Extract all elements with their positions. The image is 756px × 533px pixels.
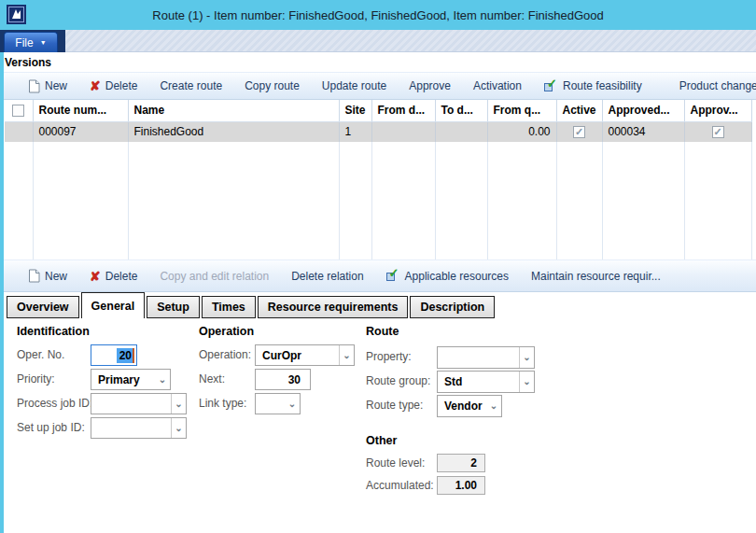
setup-job-id-select[interactable]: ⌄ <box>91 417 187 439</box>
tab-times[interactable]: Times <box>202 296 256 318</box>
accumulated-field: 1.00 <box>437 476 485 495</box>
chevron-down-icon: ▼ <box>40 39 47 46</box>
oper-no-value: 20 <box>117 348 134 363</box>
oper-no-field[interactable]: 20 <box>91 344 137 366</box>
route-feasibility-button[interactable]: ✓ Route feasibility <box>544 79 642 93</box>
maintain-resource-requirements-button[interactable]: Maintain resource requir... <box>531 270 661 283</box>
chevron-down-icon[interactable]: ⌄ <box>519 347 534 368</box>
delete-button[interactable]: ✘ Delete <box>90 79 137 92</box>
file-menu-bar: File ▼ <box>0 30 756 52</box>
identification-heading: Identification <box>17 325 90 338</box>
approve-button[interactable]: Approve <box>409 79 451 92</box>
delete-button-label: Delete <box>105 79 138 92</box>
accumulated-value: 1.00 <box>455 479 477 492</box>
column-header-site[interactable]: Site <box>339 100 371 121</box>
next-label: Next: <box>199 372 225 386</box>
general-tab-form: Identification Oper. No. 20 Priority: Pr… <box>0 318 756 533</box>
new-relation-button[interactable]: New <box>28 269 67 283</box>
priority-select[interactable]: Primary ⌄ <box>91 369 171 390</box>
select-all-checkbox[interactable] <box>12 105 24 117</box>
column-header-name[interactable]: Name <box>128 100 339 121</box>
cell-to-date <box>435 121 487 142</box>
chevron-down-icon[interactable]: ⌄ <box>171 418 186 438</box>
delete-relation-label: Delete relation <box>291 270 363 283</box>
column-header-active[interactable]: Active <box>556 100 602 121</box>
activation-label: Activation <box>473 79 522 92</box>
chevron-down-icon[interactable]: ⌄ <box>519 372 534 392</box>
route-type-select[interactable]: Vendor ⌄ <box>437 395 502 417</box>
tab-general[interactable]: General <box>81 292 146 318</box>
cell-from-qty: 0.00 <box>487 121 556 142</box>
process-job-id-select[interactable]: ⌄ <box>91 393 187 414</box>
file-menu-strip-right <box>65 30 756 52</box>
route-group-label: Route group: <box>366 374 430 387</box>
route-group-select[interactable]: Std ⌄ <box>437 371 535 393</box>
grid-header-row: Route num... Name Site From d... To d...… <box>5 100 751 121</box>
file-menu-button[interactable]: File ▼ <box>4 32 58 52</box>
cell-approved <box>684 121 751 142</box>
applicable-resources-icon: ✓ <box>386 269 400 283</box>
delete-relation-button[interactable]: Delete relation <box>291 270 363 283</box>
versions-grid: Route num... Name Site From d... To d...… <box>5 100 751 259</box>
link-type-label: Link type: <box>199 397 246 410</box>
cell-route-number: 000097 <box>33 121 128 142</box>
route-level-label: Route level: <box>366 456 425 470</box>
copy-route-button[interactable]: Copy route <box>245 79 300 92</box>
route-heading: Route <box>366 325 399 338</box>
chevron-down-icon[interactable]: ⌄ <box>155 370 170 389</box>
cell-name: FinishedGood <box>128 121 339 142</box>
row-select-cell <box>5 121 33 142</box>
delete-x-icon: ✘ <box>90 79 101 92</box>
delete-relation-row-button[interactable]: ✘ Delete <box>90 270 137 283</box>
column-header-route-number[interactable]: Route num... <box>33 100 128 121</box>
process-job-id-label: Process job ID: <box>17 397 92 410</box>
product-change-label: Product change <box>679 79 756 92</box>
chevron-down-icon[interactable]: ⌄ <box>285 394 300 414</box>
column-header-to-date[interactable]: To d... <box>435 100 487 121</box>
tab-description[interactable]: Description <box>410 296 495 318</box>
priority-label: Priority: <box>17 372 55 386</box>
update-route-button[interactable]: Update route <box>322 79 386 92</box>
new-button[interactable]: New <box>28 79 67 93</box>
link-type-select[interactable]: ⌄ <box>255 393 301 414</box>
file-menu-strip-left: File ▼ <box>0 30 65 52</box>
operation-value: CurOpr <box>256 349 339 362</box>
cell-site: 1 <box>339 121 371 142</box>
next-field[interactable]: 30 <box>255 369 311 390</box>
tab-setup[interactable]: Setup <box>147 296 200 318</box>
property-select[interactable]: ⌄ <box>437 346 535 369</box>
copy-and-edit-relation-button[interactable]: Copy and edit relation <box>160 270 269 283</box>
update-route-label: Update route <box>322 79 386 92</box>
operation-select[interactable]: CurOpr ⌄ <box>255 344 355 366</box>
delete-x-icon: ✘ <box>90 270 101 283</box>
product-change-button[interactable]: Product change ▼ <box>679 79 756 92</box>
tab-overview[interactable]: Overview <box>7 296 79 318</box>
cell-active <box>556 121 602 142</box>
activation-button[interactable]: Activation <box>473 79 522 92</box>
tab-resource-requirements[interactable]: Resource requirements <box>258 296 409 318</box>
route-level-field: 2 <box>437 454 485 472</box>
approved-checkbox[interactable] <box>712 126 724 138</box>
chevron-down-icon[interactable]: ⌄ <box>486 396 501 416</box>
column-header-approved-by[interactable]: Approved... <box>602 100 684 121</box>
create-route-button[interactable]: Create route <box>160 79 222 92</box>
setup-job-id-label: Set up job ID: <box>17 421 85 434</box>
versions-toolbar: New ✘ Delete Create route Copy route Upd… <box>0 72 756 100</box>
next-value: 30 <box>288 373 301 386</box>
operation-label: Operation: <box>199 348 251 361</box>
maintain-resource-requirements-label: Maintain resource requir... <box>531 270 661 283</box>
chevron-down-icon[interactable]: ⌄ <box>339 345 354 365</box>
column-header-from-date[interactable]: From d... <box>371 100 435 121</box>
table-row[interactable]: 000097 FinishedGood 1 0.00 000034 <box>5 121 751 142</box>
window-left-border <box>0 52 4 533</box>
route-feasibility-label: Route feasibility <box>563 79 642 92</box>
active-checkbox[interactable] <box>573 126 585 138</box>
grid-empty-area <box>5 142 751 259</box>
oper-no-label: Oper. No. <box>17 348 64 361</box>
applicable-resources-button[interactable]: ✓ Applicable resources <box>386 269 509 283</box>
chevron-down-icon[interactable]: ⌄ <box>171 394 186 414</box>
relations-toolbar: New ✘ Delete Copy and edit relation Dele… <box>0 259 756 292</box>
column-header-from-qty[interactable]: From q... <box>487 100 556 121</box>
column-header-approved[interactable]: Approv... <box>684 100 751 121</box>
titlebar: Route (1) - Item number: FinishedGood, F… <box>0 0 756 30</box>
